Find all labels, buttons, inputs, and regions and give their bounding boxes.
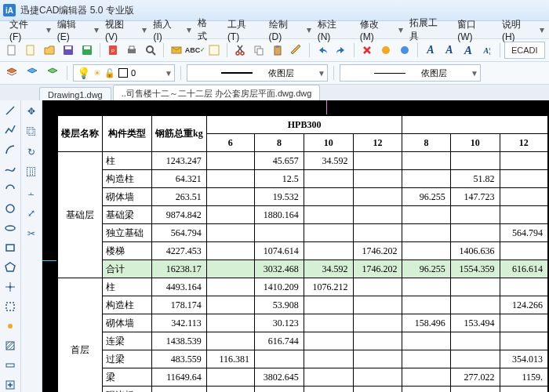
print-icon[interactable] — [123, 42, 140, 59]
text-a3-icon[interactable]: A — [460, 42, 477, 59]
preview-icon[interactable] — [142, 42, 159, 59]
layer-mgr-icon[interactable] — [3, 64, 20, 82]
trim-icon[interactable]: ✂ — [24, 226, 39, 241]
redo-icon[interactable] — [333, 42, 350, 59]
rotate-icon[interactable]: ↻ — [24, 144, 39, 160]
pline-icon[interactable] — [2, 123, 18, 138]
svg-rect-33 — [6, 364, 14, 367]
pdf-icon[interactable]: P — [104, 42, 122, 59]
hatch-icon[interactable] — [2, 338, 18, 353]
mirror-icon[interactable]: ⿲ — [24, 165, 39, 180]
svg-point-21 — [401, 46, 409, 54]
text-a4-icon[interactable]: A¦ — [478, 42, 496, 59]
svg-point-23 — [6, 205, 14, 212]
drawing-canvas[interactable]: 楼层名称构件类型钢筋总重kgHPB30068101281012基础层柱1243.… — [42, 100, 549, 392]
app-icon: iA — [3, 4, 16, 16]
arc-icon[interactable] — [2, 143, 18, 158]
cad-table: 楼层名称构件类型钢筋总重kgHPB30068101281012基础层柱1243.… — [56, 114, 549, 392]
text-a1-icon[interactable]: A — [422, 42, 439, 59]
sun2-icon[interactable] — [2, 318, 18, 333]
spline-icon[interactable] — [2, 162, 18, 177]
draw-toolbar — [0, 100, 21, 392]
prop-icon[interactable] — [377, 42, 394, 59]
wipe-icon[interactable] — [2, 299, 18, 314]
svg-marker-26 — [5, 263, 15, 271]
svg-line-11 — [152, 52, 155, 55]
menu-modify[interactable]: 修改(M) — [355, 16, 397, 44]
brush-icon[interactable] — [288, 42, 305, 59]
save-as-icon[interactable] — [78, 42, 96, 59]
new2-icon[interactable] — [22, 42, 39, 59]
svg-text:P: P — [111, 49, 115, 53]
bylayer-color[interactable]: 依图层 ▼ — [187, 64, 328, 82]
prop2-icon[interactable] — [396, 42, 413, 59]
document-tabs: Drawing1.dwg ..司售楼十二～二十二层 办公套房层平面.dwg.dw… — [0, 85, 549, 102]
menu-insert[interactable]: 插入(I) — [148, 16, 185, 44]
new-icon[interactable] — [3, 42, 20, 59]
rect-icon[interactable] — [2, 241, 18, 256]
layer-select[interactable]: 💡 ☀ 🔓 0 ▼ — [73, 64, 175, 82]
bylayer-label1: 依图层 — [268, 67, 294, 79]
menu-ext[interactable]: 拓展工具 — [405, 15, 451, 45]
spell-icon[interactable]: ABC✓ — [187, 42, 204, 59]
chevron-down-icon: ▼ — [165, 69, 173, 78]
svg-rect-5 — [84, 46, 90, 49]
svg-rect-9 — [129, 46, 134, 49]
menu-window[interactable]: 窗口(W) — [453, 16, 496, 44]
menu-tools[interactable]: 工具(T) — [223, 16, 263, 44]
svg-point-31 — [8, 324, 13, 328]
menu-view[interactable]: 视图(V) — [100, 16, 140, 44]
move-icon[interactable]: ✥ — [24, 103, 39, 119]
text-a2-icon[interactable]: A — [441, 42, 458, 59]
bylayer-label2: 依图层 — [421, 67, 447, 79]
work-area: ✥ ⿻ ↻ ⿲ ⫠ ⤢ ✂ 楼层名称构件类型钢筋总重kgHPB300681012… — [0, 100, 549, 392]
svg-point-24 — [5, 226, 15, 230]
insert-icon[interactable] — [2, 377, 18, 392]
menu-edit[interactable]: 编辑(E) — [53, 16, 93, 44]
layer-ic3[interactable] — [44, 64, 61, 82]
circle-icon[interactable] — [2, 201, 18, 216]
offset-icon[interactable]: ⫠ — [24, 185, 39, 201]
svg-rect-13 — [209, 45, 219, 55]
ellipse-icon[interactable] — [2, 221, 18, 236]
bulb-icon: 💡 — [77, 67, 90, 79]
email-icon[interactable] — [168, 42, 185, 59]
scale-icon[interactable]: ⤢ — [24, 205, 39, 221]
svg-point-10 — [147, 46, 153, 53]
find-icon[interactable] — [205, 42, 223, 59]
svg-point-14 — [236, 52, 239, 55]
undo-icon[interactable] — [314, 42, 331, 59]
svg-rect-1 — [27, 45, 34, 55]
svg-rect-17 — [257, 49, 263, 55]
toolbar-main: P ABC✓ A A A A¦ ECADI — [0, 39, 549, 62]
svg-rect-30 — [6, 303, 14, 310]
save-icon[interactable] — [60, 42, 77, 59]
svg-rect-19 — [276, 45, 279, 48]
svg-rect-0 — [8, 45, 15, 55]
copy-icon[interactable] — [250, 42, 267, 59]
menu-file[interactable]: 文件(F) — [5, 16, 45, 44]
layer-toolbar: 💡 ☀ 🔓 0 ▼ 依图层 ▼ 依图层 ▼ — [0, 62, 549, 85]
line-icon[interactable] — [2, 103, 18, 118]
svg-line-22 — [6, 107, 14, 114]
paste-icon[interactable] — [269, 42, 286, 59]
menu-draw[interactable]: 绘制(D) — [264, 16, 305, 44]
arc2-icon[interactable] — [2, 182, 18, 197]
bylayer-line[interactable]: 依图层 ▼ — [340, 64, 481, 82]
cut-icon[interactable] — [231, 42, 249, 59]
delete-icon[interactable] — [358, 42, 376, 59]
chevron-down-icon: ▼ — [471, 69, 478, 78]
chevron-down-icon: ▼ — [318, 69, 325, 78]
tab-current[interactable]: ..司售楼十二～二十二层 办公套房层平面.dwg.dwg — [113, 85, 321, 102]
ecadi-box[interactable]: ECADI — [504, 42, 545, 59]
point-icon[interactable] — [2, 279, 18, 294]
menu-format[interactable]: 格式 — [193, 15, 221, 45]
menu-dim[interactable]: 标注(N) — [313, 16, 354, 44]
dim-icon[interactable] — [2, 358, 18, 372]
menu-help[interactable]: 说明(H) — [497, 16, 538, 44]
copy2-icon[interactable]: ⿻ — [24, 124, 39, 140]
layer-ic2[interactable] — [24, 64, 41, 82]
poly-icon[interactable] — [2, 260, 18, 275]
svg-rect-25 — [6, 245, 14, 251]
open-icon[interactable] — [41, 42, 58, 59]
